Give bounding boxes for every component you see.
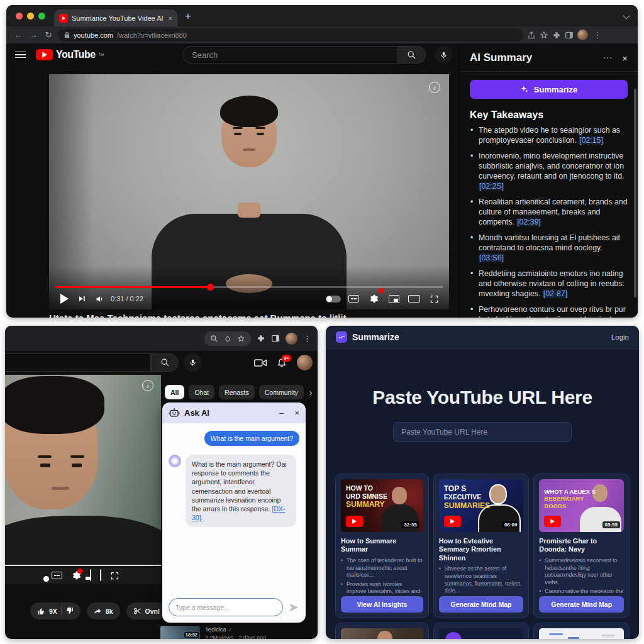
timestamp-link[interactable]: [02:2S] — [479, 182, 504, 191]
video-card[interactable] — [335, 623, 429, 639]
chip-all[interactable]: All — [165, 385, 184, 399]
side-panel-icon[interactable] — [271, 334, 280, 343]
timestamp-link[interactable]: [02:15] — [579, 136, 604, 145]
profile-avatar[interactable] — [297, 355, 313, 370]
minimize-window-button[interactable] — [27, 13, 34, 19]
notifications-button[interactable]: 9+ — [277, 357, 287, 368]
share-button[interactable]: 8k — [87, 602, 120, 619]
login-link[interactable]: Login — [611, 333, 629, 341]
theater-mode-icon[interactable] — [405, 290, 423, 308]
autoplay-toggle[interactable] — [325, 290, 342, 308]
browser-tab[interactable]: Summarice YouTube Videe AI × — [54, 9, 177, 26]
verified-icon: ✓ — [228, 627, 232, 633]
video-thumbnail[interactable]: TOP S EXECUTIVE SUMMARIES 06:09 — [439, 479, 524, 532]
extensions-icon[interactable] — [552, 31, 561, 40]
close-window-button[interactable] — [16, 13, 23, 19]
settings-gear-icon[interactable] — [365, 290, 382, 308]
zoom-icon[interactable] — [210, 335, 218, 343]
captions-icon[interactable] — [52, 572, 62, 579]
thumbs-up-icon[interactable] — [37, 607, 45, 615]
video-card[interactable]: WHOT A ΛEUEX S BEBERIOARY BOORS 05:55 Pr… — [533, 474, 630, 618]
message-input[interactable] — [169, 598, 283, 616]
new-tab-button[interactable]: + — [185, 11, 191, 21]
video-card[interactable]: HOW TO URD SMNISE SUMMARY 32:35 How to S… — [335, 474, 429, 618]
fullscreen-icon[interactable] — [425, 290, 443, 308]
fullscreen-icon[interactable] — [110, 571, 119, 580]
miniplayer-icon[interactable] — [90, 570, 91, 581]
summarize-button[interactable]: Summarize — [470, 80, 628, 99]
browser-menu-icon[interactable]: ⋮ — [592, 30, 603, 40]
tab-list-chevron-icon[interactable] — [623, 12, 630, 19]
timestamp-link[interactable]: [02:39] — [516, 218, 541, 226]
browser-profile-avatar[interactable] — [577, 30, 588, 40]
video-thumbnail[interactable]: WHOT A ΛEUEX S BEBERIOARY BOORS 05:55 — [539, 479, 624, 532]
bookmark-star-icon[interactable] — [237, 335, 245, 343]
progress-bar[interactable] — [5, 565, 161, 566]
side-panel-icon[interactable] — [565, 31, 574, 40]
search-button[interactable] — [398, 46, 426, 64]
next-video-thumbnail[interactable]: 18:52 — [160, 626, 200, 639]
minimize-icon[interactable]: − — [279, 408, 284, 418]
extensions-icon[interactable] — [257, 334, 265, 343]
share-icon[interactable] — [527, 31, 536, 40]
browser-profile-avatar[interactable] — [286, 333, 297, 345]
bookmark-star-icon[interactable] — [540, 31, 548, 40]
back-button[interactable]: ← — [13, 30, 24, 40]
thumbs-down-icon[interactable] — [65, 607, 74, 615]
voice-search-button[interactable] — [184, 353, 202, 372]
scrollbar[interactable] — [634, 89, 636, 297]
zoom-window-button[interactable] — [38, 13, 45, 19]
next-video-meta[interactable]: Teclclca ✓ 2.2M views · 2 days ago — [205, 626, 312, 639]
app-logo[interactable] — [336, 331, 347, 343]
voice-search-button[interactable] — [435, 46, 452, 64]
info-icon[interactable]: i — [142, 380, 153, 391]
close-tab-icon[interactable]: × — [169, 14, 172, 22]
miniplayer-icon[interactable] — [385, 290, 402, 308]
captions-icon[interactable] — [345, 290, 362, 308]
video-card[interactable]: TOP S EXECUTIVE SUMMARIES 06:09 How to E… — [433, 474, 530, 618]
info-icon[interactable]: i — [429, 82, 440, 93]
timestamp-link[interactable]: [03:S6] — [479, 253, 504, 262]
generate-mind-map-button[interactable]: Generate Mind Map — [539, 596, 624, 613]
search-input[interactable] — [5, 353, 151, 372]
video-thumbnail[interactable]: HOW TO URD SMNISE SUMMARY 32:35 — [341, 479, 423, 532]
clip-button[interactable]: Ovnl — [126, 602, 167, 619]
youtube-logo[interactable]: YouTube TM — [36, 49, 104, 60]
send-icon[interactable] — [288, 602, 299, 613]
drop-icon[interactable] — [224, 335, 231, 343]
timestamp-link[interactable]: [02-87] — [543, 289, 568, 298]
close-icon[interactable]: × — [294, 408, 299, 418]
volume-button[interactable] — [91, 290, 108, 308]
reload-button[interactable]: ↻ — [43, 30, 54, 40]
video-card[interactable] — [433, 623, 530, 639]
browser-menu-icon[interactable]: ⋮ — [303, 334, 311, 343]
chip-community[interactable]: Community — [259, 385, 304, 399]
takeaway-item: The atepdb video he to seaingior such as… — [479, 126, 629, 146]
generate-mind-map-button[interactable]: Generate Mind Map — [439, 596, 524, 613]
search-button[interactable] — [151, 353, 179, 372]
theater-mode-icon[interactable] — [100, 570, 101, 581]
chip-chat[interactable]: Ohat — [189, 385, 214, 399]
video-player[interactable]: i — [5, 375, 161, 584]
menu-hamburger-icon[interactable] — [15, 52, 26, 58]
view-ai-insights-button[interactable]: View AI Insights — [341, 596, 423, 613]
ask-ai-header[interactable]: Ask AI − × — [162, 402, 306, 423]
clip-icon — [133, 607, 142, 615]
url-input[interactable] — [393, 422, 572, 442]
panel-menu-icon[interactable]: ⋯ — [602, 52, 612, 64]
progress-bar[interactable] — [55, 286, 443, 288]
forward-button[interactable]: → — [28, 30, 39, 40]
video-card[interactable] — [533, 623, 630, 639]
video-player[interactable]: i 0:31 / 0:22 — [49, 74, 449, 309]
create-video-icon[interactable] — [254, 358, 267, 368]
play-button[interactable] — [55, 290, 73, 308]
settings-gear-icon[interactable] — [71, 570, 81, 580]
share-count: 8k — [106, 608, 113, 615]
next-button[interactable] — [73, 290, 91, 308]
chips-more-chevron-icon[interactable]: › — [309, 387, 313, 397]
chip-reposts[interactable]: Renasts — [219, 385, 255, 399]
ai-avatar — [169, 455, 181, 467]
address-bar[interactable]: youtube.com/watch?v=vtliacexri880 — [58, 28, 523, 42]
search-input[interactable] — [182, 46, 398, 64]
panel-close-icon[interactable]: × — [622, 53, 628, 64]
